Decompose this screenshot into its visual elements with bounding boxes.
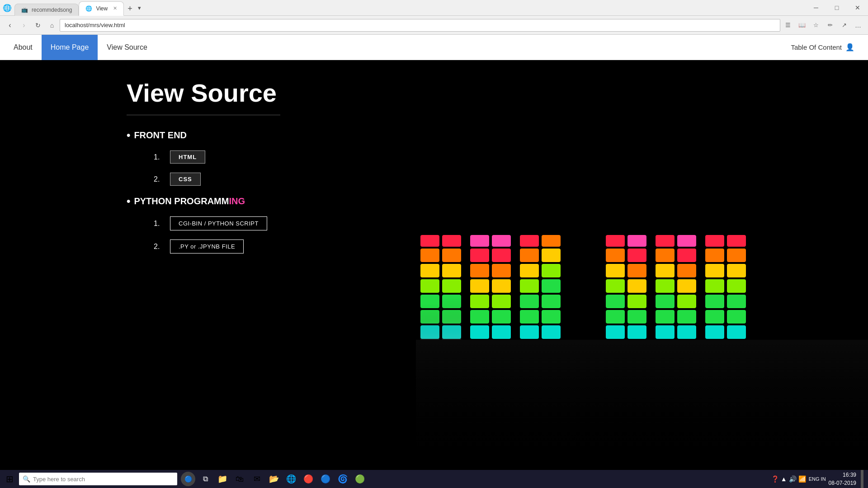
- svg-rect-0: [420, 325, 439, 339]
- svg-rect-49: [606, 325, 625, 339]
- browser-taskbar-icon[interactable]: 🌐: [284, 472, 298, 486]
- refresh-button[interactable]: ↻: [32, 19, 44, 32]
- svg-rect-36: [520, 295, 539, 308]
- section-heading-python: • PYTHON PROGRAMMING: [127, 195, 841, 207]
- py-tag-button[interactable]: .PY or .JPYNB FILE: [170, 239, 244, 253]
- cortana-button[interactable]: 🔵: [181, 472, 195, 486]
- browser-titlebar: 🌐 📺 recommdedsong 🌐 View ✕ + ▾ ─ □ ✕: [0, 0, 868, 16]
- svg-rect-16: [470, 310, 489, 324]
- svg-rect-24: [492, 325, 511, 339]
- back-button[interactable]: ‹: [4, 19, 16, 32]
- svg-rect-10: [442, 279, 461, 293]
- list-num-2: 2.: [154, 175, 163, 183]
- home-button[interactable]: ⌂: [46, 19, 58, 32]
- svg-rect-17: [470, 295, 489, 308]
- svg-rect-7: [442, 325, 461, 339]
- nav-item-about[interactable]: About: [5, 35, 42, 60]
- file-manager-icon[interactable]: 📁: [215, 472, 230, 486]
- taskbar-icons-row: 🔵 ⧉ 📁 🛍 ✉ 📂 🌐 🔴 🔵 🌀 🟢: [181, 472, 367, 486]
- time: 16:39: [829, 471, 856, 479]
- forward-button[interactable]: ›: [18, 19, 30, 32]
- svg-rect-18: [470, 279, 489, 293]
- nav-item-homepage[interactable]: Home Page: [42, 35, 98, 60]
- title-underline: [127, 115, 280, 115]
- list-num-2: 2.: [154, 243, 163, 251]
- python-list: 1. CGI-BIN / PYTHON SCRIPT 2. .PY or .JP…: [154, 216, 841, 253]
- favorites-button[interactable]: ☆: [810, 19, 822, 32]
- tab-active[interactable]: 🌐 View ✕: [79, 1, 124, 16]
- clock: 16:39 08-07-2019: [829, 471, 856, 487]
- svg-rect-85: [705, 310, 724, 324]
- taskbar: ⊞ 🔍 🔵 ⧉ 📁 🛍 ✉ 📂 🌐 🔴 🔵 🌀 🟢 ❓ ▲ 🔊 📶 ENG IN…: [0, 470, 868, 488]
- maximize-button[interactable]: □: [826, 0, 847, 16]
- app-icon-1[interactable]: 🔴: [301, 472, 316, 486]
- svg-rect-77: [677, 295, 696, 308]
- svg-rect-25: [492, 310, 511, 324]
- minimize-button[interactable]: ─: [806, 0, 826, 16]
- close-button[interactable]: ✕: [847, 0, 868, 16]
- svg-rect-51: [606, 295, 625, 308]
- svg-rect-35: [520, 310, 539, 324]
- site-nav: About Home Page View Source Table Of Con…: [0, 35, 868, 60]
- tab-inactive[interactable]: 📺 recommdedsong: [14, 4, 79, 16]
- svg-rect-61: [627, 295, 646, 308]
- svg-rect-102: [416, 340, 868, 470]
- css-tag-button[interactable]: CSS: [170, 173, 201, 186]
- mail-icon[interactable]: ✉: [250, 472, 264, 486]
- more-button[interactable]: …: [852, 19, 864, 32]
- new-tab-button[interactable]: +: [124, 4, 136, 14]
- table-of-content-icon: 👤: [845, 43, 854, 52]
- svg-rect-41: [542, 325, 561, 339]
- svg-rect-11: [442, 264, 461, 277]
- active-tab-label: View: [96, 5, 108, 12]
- svg-rect-92: [727, 325, 746, 339]
- taskbar-search-box[interactable]: 🔍: [19, 473, 177, 485]
- files-icon[interactable]: 📂: [267, 472, 281, 486]
- svg-rect-26: [492, 295, 511, 308]
- cgi-tag-button[interactable]: CGI-BIN / PYTHON SCRIPT: [170, 216, 267, 230]
- svg-rect-45: [542, 264, 561, 277]
- browser-icon: 🌐: [3, 4, 12, 12]
- nav-item-viewsource[interactable]: View Source: [98, 35, 156, 60]
- edge-icon[interactable]: 🌀: [335, 472, 350, 486]
- svg-rect-9: [442, 295, 461, 308]
- table-of-content-label: Table Of Content: [791, 43, 842, 51]
- svg-rect-50: [606, 310, 625, 324]
- svg-rect-96: [727, 264, 746, 277]
- html-tag-button[interactable]: HTML: [170, 150, 205, 164]
- start-button[interactable]: ⊞: [0, 470, 19, 488]
- show-desktop-button[interactable]: [861, 470, 863, 488]
- svg-rect-71: [656, 279, 675, 293]
- svg-rect-44: [542, 279, 561, 293]
- svg-rect-68: [656, 325, 675, 339]
- inactive-tab-label: recommdedsong: [32, 7, 72, 13]
- svg-rect-84: [705, 325, 724, 339]
- read-mode-button[interactable]: 📖: [796, 19, 808, 32]
- table-of-content-button[interactable]: Table Of Content 👤: [782, 43, 863, 52]
- app-icon-2[interactable]: 🟢: [353, 472, 367, 486]
- section-frontend: • FRONT END 1. HTML 2. CSS: [127, 129, 841, 186]
- chrome-icon[interactable]: 🔵: [318, 472, 333, 486]
- tab-menu-button[interactable]: ▾: [136, 5, 143, 11]
- tab-close-icon[interactable]: ✕: [113, 5, 117, 11]
- favorites-bar-toggle[interactable]: ☰: [782, 19, 794, 32]
- taskbar-search-input[interactable]: [33, 476, 173, 483]
- section-python: • PYTHON PROGRAMMING 1. CGI-BIN / PYTHON…: [127, 195, 841, 253]
- list-num-1: 1.: [154, 220, 163, 228]
- svg-rect-78: [677, 279, 696, 293]
- language-indicator: ENG IN: [809, 476, 826, 482]
- web-notes-button[interactable]: ✏: [824, 19, 836, 32]
- system-tray[interactable]: ❓ ▲ 🔊 📶: [771, 475, 806, 483]
- equalizer-visualization: [0, 235, 868, 470]
- address-bar-row: ‹ › ↻ ⌂ localhost/mrs/view.html ☰ 📖 ☆ ✏ …: [0, 16, 868, 35]
- svg-rect-95: [727, 279, 746, 293]
- store-icon[interactable]: 🛍: [232, 472, 247, 486]
- task-view-button[interactable]: ⧉: [198, 472, 212, 486]
- svg-rect-3: [420, 279, 439, 293]
- share-button[interactable]: ↗: [838, 19, 850, 32]
- svg-rect-60: [627, 310, 646, 324]
- address-bar[interactable]: localhost/mrs/view.html: [60, 19, 780, 32]
- list-item: 2. .PY or .JPYNB FILE: [154, 239, 841, 253]
- frontend-list: 1. HTML 2. CSS: [154, 150, 841, 186]
- svg-rect-59: [627, 325, 646, 339]
